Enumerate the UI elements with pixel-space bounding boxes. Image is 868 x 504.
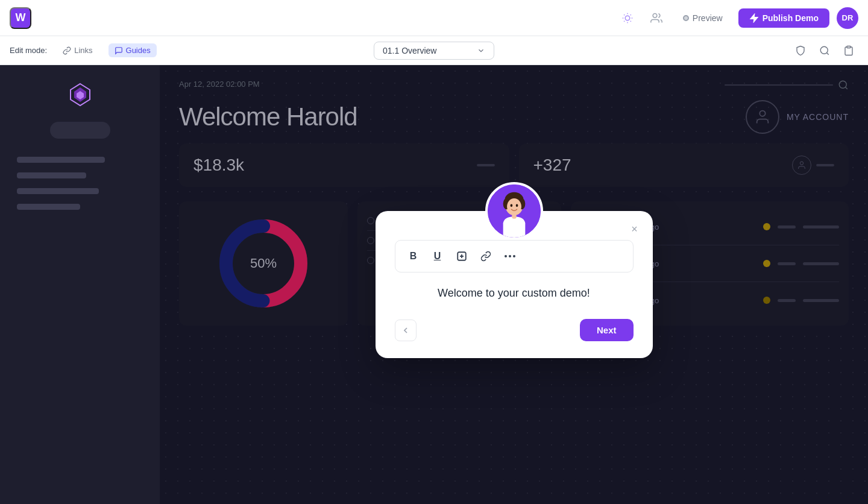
guides-button[interactable]: Guides (108, 43, 157, 57)
svg-point-11 (820, 46, 828, 54)
svg-point-43 (509, 255, 511, 257)
toolbar-right-icons (791, 41, 858, 60)
svg-line-3 (624, 14, 624, 15)
sidebar-logo (65, 80, 95, 110)
sidebar-nav-item (17, 157, 105, 163)
dashboard: Apr 12, 2022 02:00 PM Welcome Harold MY … (160, 65, 868, 504)
app-logo-button[interactable]: W (10, 7, 31, 29)
svg-point-0 (625, 16, 630, 20)
preview-label: Preview (693, 13, 723, 23)
svg-point-44 (513, 255, 515, 257)
svg-rect-13 (847, 46, 851, 48)
search-icon-button[interactable] (815, 41, 834, 60)
sun-icon-button[interactable] (617, 7, 638, 29)
svg-point-35 (507, 198, 521, 215)
svg-line-8 (631, 14, 631, 15)
modal-close-button[interactable]: × (626, 221, 643, 238)
svg-point-37 (515, 204, 518, 207)
svg-point-36 (510, 204, 512, 207)
modal-overlay: × B U (160, 65, 868, 504)
more-options-button[interactable] (499, 245, 521, 267)
clipboard-icon-button[interactable] (839, 41, 858, 60)
modal: × B U (376, 211, 653, 358)
link-button[interactable] (475, 245, 497, 267)
topnav-left: W (10, 7, 31, 29)
add-button[interactable] (451, 245, 473, 267)
modal-next-button[interactable]: Next (580, 319, 634, 341)
nav-dropdown[interactable]: 01.1 Overview (374, 42, 494, 60)
preview-dot (683, 15, 689, 21)
underline-button[interactable]: U (427, 245, 448, 267)
sidebar-pill (50, 122, 110, 139)
publish-demo-button[interactable]: Publish Demo (738, 8, 829, 28)
edit-mode-label: Edit mode: (10, 46, 47, 55)
svg-rect-38 (512, 215, 516, 219)
edit-toolbar: Edit mode: Links Guides 01.1 Overview (0, 36, 868, 65)
links-button[interactable]: Links (57, 43, 98, 57)
svg-point-42 (505, 255, 507, 257)
topnav-right: Preview Publish Demo DR (617, 7, 858, 29)
preview-button[interactable]: Preview (675, 10, 731, 27)
bold-button[interactable]: B (403, 245, 424, 267)
topnav: W Preview Publish (0, 0, 868, 36)
modal-avatar (485, 182, 543, 240)
svg-point-9 (653, 13, 657, 17)
svg-line-4 (631, 20, 631, 21)
sidebar-nav-item (17, 204, 80, 210)
sidebar-nav (10, 157, 150, 210)
publish-label: Publish Demo (763, 13, 819, 23)
users-icon-button[interactable] (646, 7, 667, 29)
user-avatar-button[interactable]: DR (837, 7, 858, 29)
modal-content: Welcome to your custom demo! (438, 287, 590, 300)
shield-icon-button[interactable] (791, 41, 810, 60)
modal-toolbar: B U (395, 240, 634, 272)
modal-prev-button[interactable] (395, 320, 417, 341)
svg-line-7 (624, 20, 624, 21)
svg-line-12 (826, 52, 828, 54)
sidebar-nav-item (17, 188, 99, 194)
main-area: Apr 12, 2022 02:00 PM Welcome Harold MY … (0, 65, 868, 504)
sidebar-nav-item (17, 172, 86, 178)
modal-footer: Next (395, 319, 634, 341)
sidebar (0, 65, 160, 504)
svg-marker-10 (750, 14, 758, 22)
